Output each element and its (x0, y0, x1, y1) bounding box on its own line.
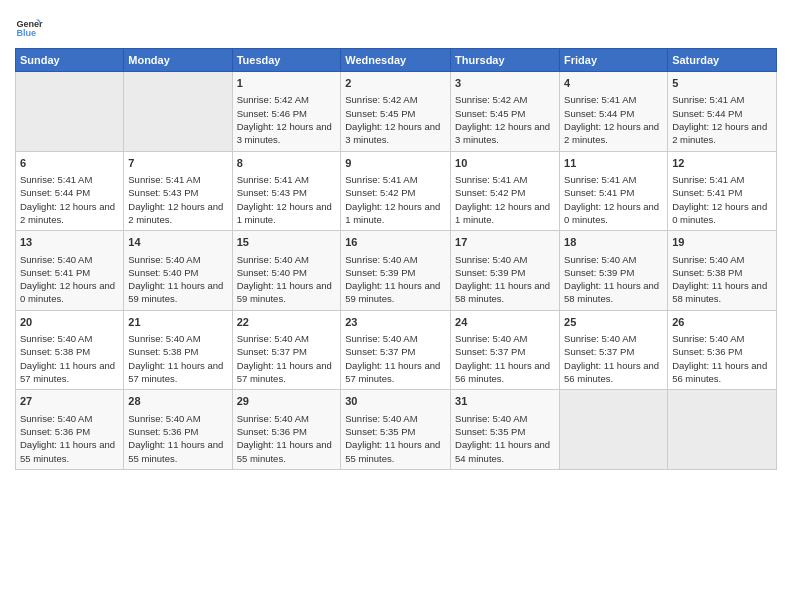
day-number: 8 (237, 156, 337, 171)
day-number: 20 (20, 315, 119, 330)
day-number: 26 (672, 315, 772, 330)
calendar-table: SundayMondayTuesdayWednesdayThursdayFrid… (15, 48, 777, 470)
day-number: 17 (455, 235, 555, 250)
day-info: Sunrise: 5:40 AM Sunset: 5:39 PM Dayligh… (345, 253, 446, 306)
day-cell: 13Sunrise: 5:40 AM Sunset: 5:41 PM Dayli… (16, 231, 124, 311)
day-number: 27 (20, 394, 119, 409)
day-cell: 5Sunrise: 5:41 AM Sunset: 5:44 PM Daylig… (668, 72, 777, 152)
day-info: Sunrise: 5:40 AM Sunset: 5:40 PM Dayligh… (128, 253, 227, 306)
week-row-1: 1Sunrise: 5:42 AM Sunset: 5:46 PM Daylig… (16, 72, 777, 152)
day-cell: 7Sunrise: 5:41 AM Sunset: 5:43 PM Daylig… (124, 151, 232, 231)
day-number: 14 (128, 235, 227, 250)
day-info: Sunrise: 5:40 AM Sunset: 5:37 PM Dayligh… (455, 332, 555, 385)
logo-icon: General Blue (15, 14, 43, 42)
day-number: 24 (455, 315, 555, 330)
day-cell: 11Sunrise: 5:41 AM Sunset: 5:41 PM Dayli… (560, 151, 668, 231)
day-info: Sunrise: 5:40 AM Sunset: 5:38 PM Dayligh… (128, 332, 227, 385)
day-cell: 14Sunrise: 5:40 AM Sunset: 5:40 PM Dayli… (124, 231, 232, 311)
svg-text:Blue: Blue (16, 28, 36, 38)
day-number: 1 (237, 76, 337, 91)
day-cell: 27Sunrise: 5:40 AM Sunset: 5:36 PM Dayli… (16, 390, 124, 470)
day-number: 21 (128, 315, 227, 330)
day-info: Sunrise: 5:41 AM Sunset: 5:42 PM Dayligh… (455, 173, 555, 226)
day-number: 30 (345, 394, 446, 409)
day-number: 28 (128, 394, 227, 409)
day-number: 22 (237, 315, 337, 330)
day-cell: 15Sunrise: 5:40 AM Sunset: 5:40 PM Dayli… (232, 231, 341, 311)
day-number: 2 (345, 76, 446, 91)
weekday-header-wednesday: Wednesday (341, 49, 451, 72)
weekday-header-thursday: Thursday (451, 49, 560, 72)
day-info: Sunrise: 5:40 AM Sunset: 5:36 PM Dayligh… (237, 412, 337, 465)
weekday-header-tuesday: Tuesday (232, 49, 341, 72)
day-info: Sunrise: 5:40 AM Sunset: 5:37 PM Dayligh… (564, 332, 663, 385)
day-number: 7 (128, 156, 227, 171)
day-number: 16 (345, 235, 446, 250)
day-cell: 17Sunrise: 5:40 AM Sunset: 5:39 PM Dayli… (451, 231, 560, 311)
day-info: Sunrise: 5:41 AM Sunset: 5:43 PM Dayligh… (237, 173, 337, 226)
day-cell: 24Sunrise: 5:40 AM Sunset: 5:37 PM Dayli… (451, 310, 560, 390)
day-number: 9 (345, 156, 446, 171)
day-cell: 28Sunrise: 5:40 AM Sunset: 5:36 PM Dayli… (124, 390, 232, 470)
day-number: 23 (345, 315, 446, 330)
day-cell: 12Sunrise: 5:41 AM Sunset: 5:41 PM Dayli… (668, 151, 777, 231)
day-cell: 30Sunrise: 5:40 AM Sunset: 5:35 PM Dayli… (341, 390, 451, 470)
week-row-4: 20Sunrise: 5:40 AM Sunset: 5:38 PM Dayli… (16, 310, 777, 390)
weekday-header-sunday: Sunday (16, 49, 124, 72)
day-number: 15 (237, 235, 337, 250)
week-row-3: 13Sunrise: 5:40 AM Sunset: 5:41 PM Dayli… (16, 231, 777, 311)
day-info: Sunrise: 5:40 AM Sunset: 5:38 PM Dayligh… (672, 253, 772, 306)
weekday-header-monday: Monday (124, 49, 232, 72)
day-cell: 26Sunrise: 5:40 AM Sunset: 5:36 PM Dayli… (668, 310, 777, 390)
day-number: 31 (455, 394, 555, 409)
day-info: Sunrise: 5:41 AM Sunset: 5:41 PM Dayligh… (564, 173, 663, 226)
day-cell: 9Sunrise: 5:41 AM Sunset: 5:42 PM Daylig… (341, 151, 451, 231)
day-cell: 31Sunrise: 5:40 AM Sunset: 5:35 PM Dayli… (451, 390, 560, 470)
day-cell: 8Sunrise: 5:41 AM Sunset: 5:43 PM Daylig… (232, 151, 341, 231)
day-info: Sunrise: 5:41 AM Sunset: 5:44 PM Dayligh… (564, 93, 663, 146)
day-number: 12 (672, 156, 772, 171)
day-number: 10 (455, 156, 555, 171)
day-number: 18 (564, 235, 663, 250)
day-info: Sunrise: 5:40 AM Sunset: 5:38 PM Dayligh… (20, 332, 119, 385)
day-cell (668, 390, 777, 470)
day-info: Sunrise: 5:40 AM Sunset: 5:36 PM Dayligh… (20, 412, 119, 465)
day-info: Sunrise: 5:41 AM Sunset: 5:43 PM Dayligh… (128, 173, 227, 226)
day-info: Sunrise: 5:40 AM Sunset: 5:37 PM Dayligh… (237, 332, 337, 385)
day-number: 29 (237, 394, 337, 409)
day-cell: 19Sunrise: 5:40 AM Sunset: 5:38 PM Dayli… (668, 231, 777, 311)
day-cell: 23Sunrise: 5:40 AM Sunset: 5:37 PM Dayli… (341, 310, 451, 390)
logo: General Blue (15, 14, 47, 42)
day-number: 13 (20, 235, 119, 250)
day-number: 5 (672, 76, 772, 91)
day-info: Sunrise: 5:41 AM Sunset: 5:44 PM Dayligh… (20, 173, 119, 226)
day-number: 25 (564, 315, 663, 330)
page-header: General Blue (15, 10, 777, 42)
day-cell (124, 72, 232, 152)
day-cell (16, 72, 124, 152)
week-row-2: 6Sunrise: 5:41 AM Sunset: 5:44 PM Daylig… (16, 151, 777, 231)
day-cell: 29Sunrise: 5:40 AM Sunset: 5:36 PM Dayli… (232, 390, 341, 470)
day-info: Sunrise: 5:40 AM Sunset: 5:36 PM Dayligh… (672, 332, 772, 385)
day-info: Sunrise: 5:40 AM Sunset: 5:41 PM Dayligh… (20, 253, 119, 306)
day-info: Sunrise: 5:41 AM Sunset: 5:41 PM Dayligh… (672, 173, 772, 226)
day-info: Sunrise: 5:42 AM Sunset: 5:45 PM Dayligh… (455, 93, 555, 146)
day-info: Sunrise: 5:40 AM Sunset: 5:40 PM Dayligh… (237, 253, 337, 306)
weekday-header-saturday: Saturday (668, 49, 777, 72)
day-cell: 18Sunrise: 5:40 AM Sunset: 5:39 PM Dayli… (560, 231, 668, 311)
day-cell: 10Sunrise: 5:41 AM Sunset: 5:42 PM Dayli… (451, 151, 560, 231)
day-cell: 22Sunrise: 5:40 AM Sunset: 5:37 PM Dayli… (232, 310, 341, 390)
day-info: Sunrise: 5:40 AM Sunset: 5:39 PM Dayligh… (455, 253, 555, 306)
day-number: 4 (564, 76, 663, 91)
day-info: Sunrise: 5:42 AM Sunset: 5:45 PM Dayligh… (345, 93, 446, 146)
day-cell: 2Sunrise: 5:42 AM Sunset: 5:45 PM Daylig… (341, 72, 451, 152)
week-row-5: 27Sunrise: 5:40 AM Sunset: 5:36 PM Dayli… (16, 390, 777, 470)
weekday-header-friday: Friday (560, 49, 668, 72)
day-number: 11 (564, 156, 663, 171)
day-cell: 16Sunrise: 5:40 AM Sunset: 5:39 PM Dayli… (341, 231, 451, 311)
day-info: Sunrise: 5:40 AM Sunset: 5:39 PM Dayligh… (564, 253, 663, 306)
day-info: Sunrise: 5:40 AM Sunset: 5:35 PM Dayligh… (455, 412, 555, 465)
day-number: 3 (455, 76, 555, 91)
day-cell: 1Sunrise: 5:42 AM Sunset: 5:46 PM Daylig… (232, 72, 341, 152)
day-info: Sunrise: 5:41 AM Sunset: 5:44 PM Dayligh… (672, 93, 772, 146)
